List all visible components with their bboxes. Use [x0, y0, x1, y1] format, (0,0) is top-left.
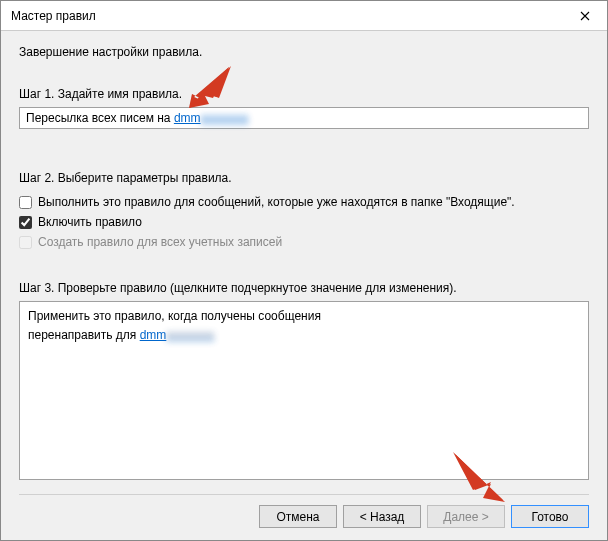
finish-button[interactable]: Готово — [511, 505, 589, 528]
rule-name-input[interactable]: Пересылка всех писем на dmmxxxxxxxx — [19, 107, 589, 129]
step2-label: Шаг 2. Выберите параметры правила. — [19, 171, 589, 185]
close-icon — [580, 11, 590, 21]
option-label: Создать правило для всех учетных записей — [38, 235, 282, 249]
cancel-button[interactable]: Отмена — [259, 505, 337, 528]
close-button[interactable] — [562, 1, 607, 30]
back-button[interactable]: < Назад — [343, 505, 421, 528]
rule-name-prefix: Пересылка всех писем на — [26, 111, 174, 125]
step1-label: Шаг 1. Задайте имя правила. — [19, 87, 589, 101]
rule-name-email-hidden: xxxxxxxx — [201, 111, 249, 125]
next-button: Далее > — [427, 505, 505, 528]
option-all-accounts: Создать правило для всех учетных записей — [19, 235, 589, 249]
rule-description-box[interactable]: Применить это правило, когда получены со… — [19, 301, 589, 480]
wizard-heading: Завершение настройки правила. — [19, 45, 589, 59]
option-run-on-inbox[interactable]: Выполнить это правило для сообщений, кот… — [19, 195, 589, 209]
option-enable-rule[interactable]: Включить правило — [19, 215, 589, 229]
rule-desc-email-link[interactable]: dmmxxxxxxxx — [140, 328, 215, 342]
step3-label: Шаг 3. Проверьте правило (щелкните подче… — [19, 281, 589, 295]
divider — [19, 494, 589, 495]
checkbox-all-accounts — [19, 236, 32, 249]
option-label: Включить правило — [38, 215, 142, 229]
window-title: Мастер правил — [11, 9, 96, 23]
rule-desc-line1: Применить это правило, когда получены со… — [28, 307, 580, 326]
option-label: Выполнить это правило для сообщений, кот… — [38, 195, 515, 209]
checkbox-enable-rule[interactable] — [19, 216, 32, 229]
rule-name-email-visible: dmm — [174, 111, 201, 125]
rule-desc-line2: перенаправить для dmmxxxxxxxx — [28, 326, 580, 345]
checkbox-run-on-inbox[interactable] — [19, 196, 32, 209]
